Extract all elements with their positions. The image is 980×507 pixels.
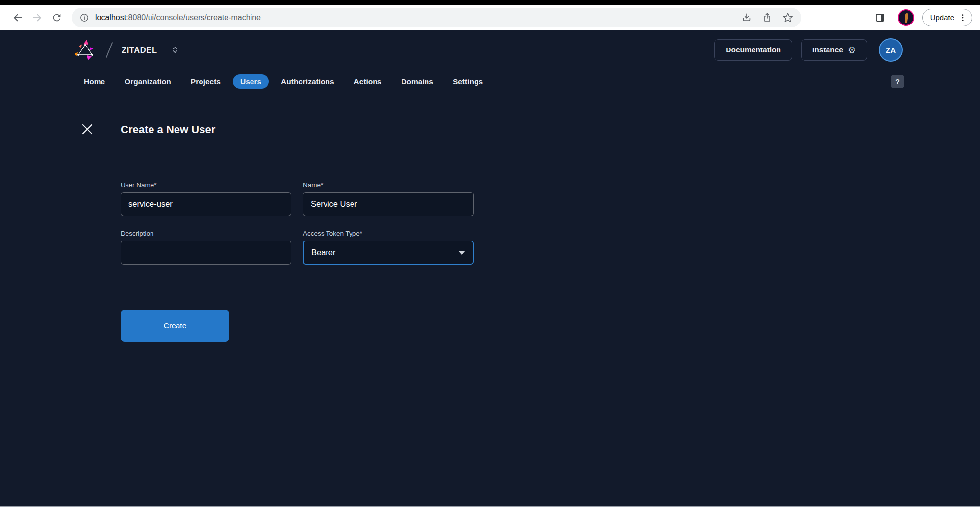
side-panel-icon[interactable] bbox=[870, 8, 890, 27]
create-button[interactable]: Create bbox=[121, 310, 229, 342]
browser-toolbar: localhost:8080/ui/console/users/create-m… bbox=[0, 5, 980, 30]
username-label: User Name* bbox=[121, 181, 291, 189]
url-path: :8080/ui/console/users/create-machine bbox=[126, 13, 261, 22]
brand-separator bbox=[106, 42, 113, 58]
nav-item-authorizations[interactable]: Authorizations bbox=[274, 74, 342, 89]
forward-button-icon[interactable] bbox=[27, 8, 47, 27]
back-button-icon[interactable] bbox=[8, 8, 27, 27]
update-label: Update bbox=[930, 13, 954, 22]
url-host: localhost bbox=[95, 13, 126, 22]
window-top-strip bbox=[0, 0, 980, 5]
nav-item-domains[interactable]: Domains bbox=[394, 74, 440, 89]
address-bar[interactable]: localhost:8080/ui/console/users/create-m… bbox=[72, 8, 801, 27]
description-field-group: Description bbox=[121, 230, 291, 265]
org-name: ZITADEL bbox=[122, 46, 157, 55]
site-info-icon[interactable] bbox=[79, 13, 89, 23]
url-text: localhost:8080/ui/console/users/create-m… bbox=[95, 13, 735, 22]
app-nav: Home Organization Projects Users Authori… bbox=[0, 70, 980, 94]
description-label: Description bbox=[121, 230, 291, 237]
documentation-button[interactable]: Documentation bbox=[714, 39, 792, 61]
access-token-type-field-group: Access Token Type* Bearer bbox=[303, 230, 474, 265]
name-label: Name* bbox=[303, 181, 474, 189]
access-token-type-value: Bearer bbox=[311, 248, 458, 257]
download-icon[interactable] bbox=[741, 12, 752, 23]
name-field-group: Name* bbox=[303, 181, 474, 216]
access-token-type-label: Access Token Type* bbox=[303, 230, 474, 237]
name-input[interactable] bbox=[303, 192, 474, 216]
chevron-down-icon bbox=[458, 251, 465, 255]
gear-icon: ⚙ bbox=[848, 46, 856, 55]
update-button[interactable]: Update bbox=[922, 9, 972, 26]
username-field-group: User Name* bbox=[121, 181, 291, 216]
help-button[interactable]: ? bbox=[891, 75, 904, 88]
page-title: Create a New User bbox=[121, 123, 215, 136]
share-icon[interactable] bbox=[762, 12, 773, 23]
nav-item-projects[interactable]: Projects bbox=[183, 74, 228, 89]
instance-label: Instance bbox=[812, 46, 843, 54]
nav-item-actions[interactable]: Actions bbox=[347, 74, 389, 89]
org-switcher-icon[interactable] bbox=[170, 45, 180, 55]
reload-button-icon[interactable] bbox=[47, 8, 67, 27]
nav-item-settings[interactable]: Settings bbox=[446, 74, 490, 89]
app-header: ZITADEL Documentation Instance ⚙ ZA bbox=[0, 30, 980, 70]
close-icon[interactable] bbox=[80, 122, 95, 137]
create-user-page: Create a New User User Name* Name* Descr… bbox=[0, 94, 980, 437]
nav-item-users[interactable]: Users bbox=[233, 74, 269, 89]
nav-item-organization[interactable]: Organization bbox=[117, 74, 178, 89]
nav-item-home[interactable]: Home bbox=[76, 74, 112, 89]
instance-button[interactable]: Instance ⚙ bbox=[801, 39, 867, 61]
documentation-label: Documentation bbox=[726, 46, 781, 54]
zitadel-logo-icon[interactable] bbox=[74, 39, 97, 61]
description-input[interactable] bbox=[121, 241, 291, 265]
user-avatar[interactable]: ZA bbox=[879, 38, 903, 62]
bookmark-star-icon[interactable] bbox=[782, 12, 793, 23]
browser-profile-avatar[interactable] bbox=[898, 9, 914, 26]
create-user-form: User Name* Name* Description Access Toke… bbox=[121, 181, 474, 265]
kebab-menu-icon[interactable] bbox=[958, 13, 968, 23]
username-input[interactable] bbox=[121, 192, 291, 216]
access-token-type-select[interactable]: Bearer bbox=[303, 241, 474, 265]
